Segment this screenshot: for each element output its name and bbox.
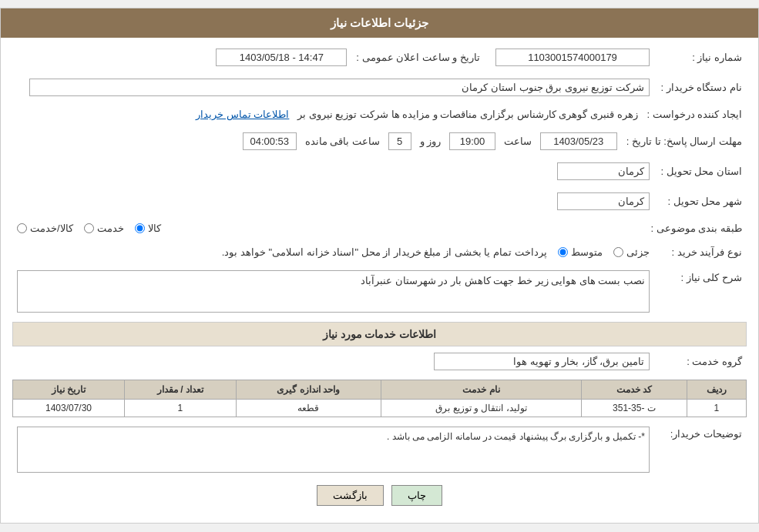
mohlatErsal-values: 1403/05/23 ساعت 19:00 روز و 5 ساعت باقی … — [12, 129, 622, 153]
tabaqeBandi-radios: کالا/خدمت خدمت کالا — [12, 219, 646, 237]
page-title: جزئیات اطلاعات نیاز — [331, 16, 428, 29]
col-kodKhadamat: کد خدمت — [582, 380, 687, 400]
table-cell-0: 1 — [687, 400, 746, 417]
groohKhadamat-input: تامین برق، گاز، بخار و تهویه هوا — [434, 353, 650, 370]
ostanTahvil-label: استان محل تحویل : — [654, 159, 747, 183]
saat-label: ساعت — [504, 136, 532, 147]
namDastgah-input: شرکت توزیع نیروی برق جنوب استان کرمان — [29, 79, 650, 96]
info-table-row4: مهلت ارسال پاسخ: تا تاریخ : 1403/05/23 س… — [12, 129, 747, 153]
mohlatErsal-label: مهلت ارسال پاسخ: تا تاریخ : — [622, 129, 747, 153]
radio-kala-input[interactable] — [135, 223, 145, 233]
radio-motavasset-label: متوسط — [571, 246, 603, 258]
mohlatErsal-baghi: 04:00:53 — [243, 132, 297, 150]
sharhKoli-textarea: نصب بست های هوایی زیر خط جهت کاهش بار در… — [17, 270, 650, 313]
shomareNiaz-label: شماره نیاز : — [654, 45, 747, 69]
namDastgah-value-cell: شرکت توزیع نیروی برق جنوب استان کرمان — [12, 75, 654, 99]
radio-motavasset[interactable]: متوسط — [558, 246, 603, 258]
noeFarayand-content: متوسط جزئی پرداخت تمام یا بخشی از مبلغ خ… — [12, 243, 654, 261]
shahrTahvil-label: شهر محل تحویل : — [654, 189, 747, 213]
button-row: چاپ بازگشت — [12, 485, 747, 506]
tabaqeBandi-radio-group: کالا/خدمت خدمت کالا — [17, 223, 642, 234]
mohlatErsal-roz: 5 — [388, 132, 411, 150]
col-tarikh: تاریخ نیاز — [13, 380, 125, 400]
table-cell-3: قطعه — [236, 400, 381, 417]
ostanTahvil-value-cell: کرمان — [12, 159, 654, 183]
tozihat-textarea: *- تکمیل و بارگزاری برگ پیشنهاد قیمت در … — [17, 427, 650, 473]
sharhKoli-value-cell: نصب بست های هوایی زیر خط جهت کاهش بار در… — [12, 267, 654, 316]
sharhKoli-text: نصب بست های هوایی زیر خط جهت کاهش بار در… — [361, 275, 645, 286]
col-tedad: تعداد / مقدار — [125, 380, 237, 400]
service-table-head: ردیف کد خدمت نام خدمت واحد اندازه گیری ت… — [13, 380, 747, 400]
mohlatErsal-saat: 19:00 — [449, 132, 495, 150]
shomareNiaz-value-cell: 1103001574000179 — [485, 45, 654, 69]
noeFarayand-label: نوع فرآیند خرید : — [654, 243, 747, 261]
khadamat-section-header: اطلاعات خدمات مورد نیاز — [12, 322, 747, 346]
sharhKoli-label: شرح کلی نیاز : — [654, 267, 747, 316]
groohKhadamat-label: گروه خدمت : — [654, 350, 747, 373]
table-cell-5: 1403/07/30 — [13, 400, 125, 417]
radio-khadamat[interactable]: خدمت — [84, 223, 124, 234]
shahrTahvil-input: کرمان — [557, 192, 650, 210]
ijadKonande-value-cell: زهره قنبری گوهری کارشناس برگزاری مناقصات… — [12, 105, 643, 123]
col-namKhadamat: نام خدمت — [381, 380, 582, 400]
info-table-row8: نوع فرآیند خرید : متوسط جزئی پرداخت — [12, 243, 747, 261]
radio-kala[interactable]: کالا — [135, 223, 161, 234]
print-button[interactable]: چاپ — [391, 485, 442, 506]
table-cell-2: تولید، انتقال و توزیع برق — [381, 400, 582, 417]
tarikh-elan-value-cell: 1403/05/18 - 14:47 — [12, 45, 351, 69]
baghiMande-label: ساعت باقی مانده — [305, 136, 380, 147]
table-row: 1ت -35-351تولید، انتقال و توزیع برققطعه1… — [13, 400, 747, 417]
radio-kala-khadamat-label: کالا/خدمت — [30, 223, 73, 234]
back-button[interactable]: بازگشت — [317, 485, 384, 506]
info-table-tozihat: توضیحات خریدار: *- تکمیل و بارگزاری برگ … — [12, 423, 747, 476]
tozihat-text: *- تکمیل و بارگزاری برگ پیشنهاد قیمت در … — [387, 431, 645, 442]
tarikh-elan-label: تاریخ و ساعت اعلان عمومی : — [351, 45, 485, 69]
tozihat-value-cell: *- تکمیل و بارگزاری برگ پیشنهاد قیمت در … — [12, 423, 654, 476]
noeFarayand-note: پرداخت تمام یا بخشی از مبلغ خریدار از مح… — [222, 246, 547, 258]
table-cell-4: 1 — [125, 400, 237, 417]
info-table-row5: استان محل تحویل : کرمان — [12, 159, 747, 183]
groohKhadamat-value-cell: تامین برق، گاز، بخار و تهویه هوا — [12, 350, 654, 373]
shomareNiaz-input: 1103001574000179 — [495, 49, 650, 66]
ijadKonande-link[interactable]: اطلاعات تماس خریدار — [196, 109, 289, 120]
tozihat-label: توضیحات خریدار: — [654, 423, 747, 476]
col-vahed: واحد اندازه گیری — [236, 380, 381, 400]
info-table-grooh: گروه خدمت : تامین برق، گاز، بخار و تهویه… — [12, 350, 747, 373]
tabaqeBandi-label: طبقه بندی موضوعی : — [646, 219, 747, 237]
header-bar: جزئیات اطلاعات نیاز — [1, 8, 758, 38]
radio-khadamat-input[interactable] — [84, 223, 94, 233]
shahrTahvil-value-cell: کرمان — [12, 189, 654, 213]
radio-kala-khadamat[interactable]: کالا/خدمت — [17, 223, 73, 234]
service-table: ردیف کد خدمت نام خدمت واحد اندازه گیری ت… — [12, 380, 747, 417]
info-table-row1: شماره نیاز : 1103001574000179 تاریخ و سا… — [12, 45, 747, 69]
service-table-body: 1ت -35-351تولید، انتقال و توزیع برققطعه1… — [13, 400, 747, 417]
page-wrapper: جزئیات اطلاعات نیاز شماره نیاز : 1103001… — [0, 8, 759, 524]
roz-label: روز و — [420, 136, 442, 147]
info-table-row3: ایجاد کننده درخواست : زهره قنبری گوهری ک… — [12, 105, 747, 123]
col-radif: ردیف — [687, 380, 746, 400]
radio-jozyi-label: جزئی — [626, 246, 650, 258]
radio-kala-khadamat-input[interactable] — [17, 223, 27, 233]
radio-jozyi-input[interactable] — [613, 247, 623, 257]
noeFarayand-radio-group: متوسط جزئی — [558, 246, 650, 258]
ijadKonande-label: ایجاد کننده درخواست : — [643, 105, 747, 123]
radio-jozyi[interactable]: جزئی — [613, 246, 650, 258]
radio-khadamat-label: خدمت — [97, 223, 124, 234]
ostanTahvil-input: کرمان — [557, 162, 650, 180]
mohlatErsal-tarikh: 1403/05/23 — [540, 132, 617, 150]
tarikh-elan-input: 1403/05/18 - 14:47 — [216, 49, 347, 66]
ijadKonande-text: زهره قنبری گوهری کارشناس برگزاری مناقصات… — [297, 109, 637, 120]
radio-kala-label: کالا — [148, 223, 161, 234]
info-table-row7: طبقه بندی موضوعی : کالا/خدمت خدمت — [12, 219, 747, 237]
info-table-row6: شهر محل تحویل : کرمان — [12, 189, 747, 213]
namDastgah-label: نام دستگاه خریدار : — [654, 75, 747, 99]
service-table-header-row: ردیف کد خدمت نام خدمت واحد اندازه گیری ت… — [13, 380, 747, 400]
info-table-sharh: شرح کلی نیاز : نصب بست های هوایی زیر خط … — [12, 267, 747, 316]
radio-motavasset-input[interactable] — [558, 247, 568, 257]
content-area: شماره نیاز : 1103001574000179 تاریخ و سا… — [1, 38, 758, 523]
table-cell-1: ت -35-351 — [582, 400, 687, 417]
info-table-row2: نام دستگاه خریدار : شرکت توزیع نیروی برق… — [12, 75, 747, 99]
